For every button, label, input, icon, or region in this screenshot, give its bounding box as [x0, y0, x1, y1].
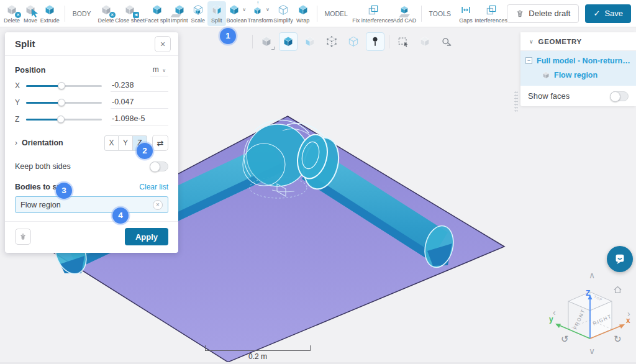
- y-value-field[interactable]: [111, 96, 168, 109]
- delete-operation-button[interactable]: [15, 229, 31, 245]
- cube-delete-icon: ×: [5, 4, 19, 16]
- measure[interactable]: [437, 32, 456, 51]
- view-cube[interactable]: FRONT RIGHT TOP Z x y: [549, 289, 630, 339]
- x-slider[interactable]: [26, 81, 102, 90]
- top-toolbar: × Delete Move Extrude BODY × Delete ◂ Cl…: [0, 0, 636, 27]
- roll-ccw-control[interactable]: ↺: [561, 335, 569, 344]
- toolbar-move[interactable]: Move: [21, 1, 40, 26]
- chevron-down-icon: ∨: [529, 39, 534, 45]
- wrap-icon: [296, 4, 310, 16]
- split-icon: [210, 4, 224, 16]
- close-dialog-button[interactable]: ×: [155, 36, 171, 52]
- rotate-left-control[interactable]: ‹: [553, 308, 556, 317]
- show-faces-label: Show faces: [528, 91, 570, 101]
- panel-resize-grip[interactable]: [514, 91, 518, 112]
- select-edge-icon: [347, 35, 360, 48]
- toolbar-split[interactable]: Split: [207, 1, 226, 26]
- keep-both-sides-toggle[interactable]: [150, 162, 168, 171]
- close-icon: ×: [160, 39, 165, 49]
- step-1-badge: 1: [220, 28, 236, 44]
- rotate-down-control[interactable]: ∨: [589, 347, 595, 355]
- delete-draft-button[interactable]: Delete draft: [507, 4, 579, 23]
- toolbar-fix-interferences[interactable]: Fix interferences: [353, 1, 393, 26]
- z-slider[interactable]: [26, 115, 102, 124]
- pin-icon: [369, 35, 381, 48]
- collapse-icon[interactable]: −: [525, 57, 532, 64]
- box-select-icon: [397, 35, 409, 48]
- chat-icon: [613, 252, 627, 266]
- hidden-bodies[interactable]: [416, 32, 434, 51]
- chevron-down-icon[interactable]: ∨: [242, 7, 246, 12]
- close-sheet-icon: ◂: [123, 4, 137, 16]
- fix-interferences-icon: [366, 4, 380, 16]
- dialog-title: Split: [15, 39, 35, 49]
- split-dialog: Split × Position m ∨ X Y Z: [5, 32, 178, 253]
- section-body: BODY: [73, 10, 91, 17]
- imprint-icon: [173, 4, 186, 16]
- step-3-badge: 3: [56, 183, 72, 199]
- body-chip-flow-region[interactable]: Flow region ×: [15, 196, 168, 213]
- roll-cw-control[interactable]: ↻: [614, 335, 622, 344]
- cube-move-icon: [24, 4, 37, 16]
- toolbar-facet-split[interactable]: Facet split: [144, 1, 170, 26]
- toolbar-transform[interactable]: ↑ ∨ Transform: [247, 1, 273, 26]
- select-volume[interactable]: [279, 32, 298, 51]
- flip-direction-button[interactable]: ⇄: [152, 135, 168, 151]
- rotate-up-control[interactable]: ∧: [589, 271, 595, 280]
- toolbar-add-cad[interactable]: Add CAD: [393, 1, 416, 26]
- select-edge[interactable]: [344, 32, 363, 51]
- chat-button[interactable]: [607, 246, 633, 272]
- toolbar-boolean[interactable]: ∨ Boolean: [226, 1, 247, 26]
- rotate-right-control[interactable]: ›: [627, 309, 630, 318]
- toolbar-interferences[interactable]: Interferences: [475, 1, 507, 26]
- orientation-x-button[interactable]: X: [104, 135, 119, 151]
- toolbar-body-delete[interactable]: × Delete: [97, 1, 116, 26]
- scale-icon: [191, 4, 205, 16]
- select-face-icon: [304, 35, 316, 48]
- chevron-down-icon[interactable]: ∨: [266, 7, 270, 12]
- tree-item-flow-region[interactable]: Flow region: [520, 68, 636, 82]
- toolbar-wrap[interactable]: Wrap: [294, 1, 312, 26]
- swap-icon: ⇄: [157, 139, 164, 148]
- dropdown-corner-icon: [271, 47, 275, 50]
- step-4-badge: 4: [112, 207, 129, 224]
- select-vertex[interactable]: [322, 32, 341, 51]
- toolbar-delete[interactable]: × Delete: [2, 1, 21, 26]
- view-cube-widget: FRONT RIGHT TOP Z x y ∧ ‹ › ↺ ↻ ∨: [542, 268, 635, 362]
- geometry-panel: ∨ GEOMETRY − Full model - Non-return val…: [520, 32, 636, 106]
- geometry-tree: − Full model - Non-return val... Flow re…: [520, 51, 636, 86]
- clear-list-link[interactable]: Clear list: [139, 183, 168, 191]
- trash-icon: [19, 232, 27, 241]
- cube-icon: [542, 71, 550, 80]
- axis-label-z: Z: [586, 289, 590, 298]
- apply-button[interactable]: Apply: [125, 228, 168, 245]
- toolbar-simplify[interactable]: Simplify: [273, 1, 293, 26]
- save-button[interactable]: ✓ Save: [585, 4, 631, 23]
- interferences-icon: [484, 4, 498, 16]
- home-icon[interactable]: [614, 287, 621, 293]
- add-cad-icon: [398, 4, 411, 16]
- toolbar-scale[interactable]: Scale: [189, 1, 207, 26]
- geometry-header[interactable]: ∨ GEOMETRY: [520, 32, 636, 51]
- toolbar-gaps[interactable]: Gaps: [457, 1, 475, 26]
- toolbar-extrude[interactable]: Extrude: [40, 1, 60, 26]
- tree-item-full-model[interactable]: − Full model - Non-return val...: [520, 53, 636, 68]
- remove-body-icon[interactable]: ×: [153, 200, 163, 210]
- y-slider[interactable]: [26, 98, 102, 107]
- z-value-field[interactable]: [111, 112, 168, 125]
- orientation-expand-icon[interactable]: ›: [15, 139, 17, 147]
- toolbar-close-sheet[interactable]: ◂ Close sheet: [116, 1, 145, 26]
- show-faces-toggle[interactable]: [610, 91, 629, 101]
- select-face[interactable]: [301, 32, 319, 51]
- boolean-icon: [227, 4, 241, 16]
- x-value-field[interactable]: [111, 79, 168, 92]
- toolbar-imprint[interactable]: Imprint: [170, 1, 189, 26]
- orientation-y-button[interactable]: Y: [119, 135, 133, 151]
- cube-extrude-icon: [43, 4, 57, 16]
- step-2-badge: 2: [137, 143, 153, 159]
- keep-both-sides-label: Keep both sides: [15, 162, 71, 171]
- visibility-dropdown[interactable]: [257, 32, 276, 51]
- unit-select[interactable]: m ∨: [150, 64, 168, 76]
- pick-point[interactable]: [366, 32, 384, 51]
- box-select[interactable]: [394, 32, 412, 51]
